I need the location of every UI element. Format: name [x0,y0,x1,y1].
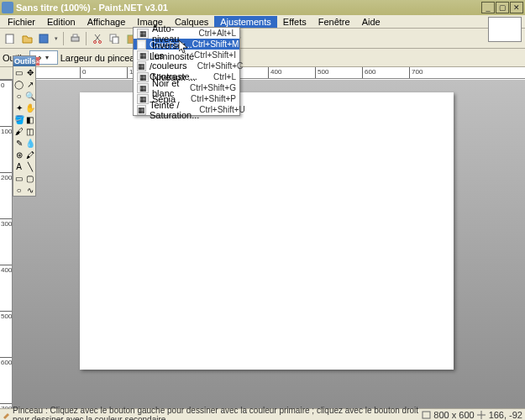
magic-wand-tool[interactable]: ✦ [13,102,24,113]
svg-rect-1 [39,34,48,43]
separator [86,32,87,45]
print-button[interactable] [67,31,82,46]
vertical-ruler: 0100200300400500600700 [0,80,13,408]
adjustment-icon: ▦ [137,72,149,82]
move-tool[interactable]: ✥ [24,66,35,78]
menuitem-noir-et-blanc[interactable]: ▦Noir et blancCtrl+Shift+G [134,82,239,93]
horizontal-ruler: 0100200300400500600700 [13,67,525,79]
work-area: 0100200300400500600700 [0,80,525,408]
toolbox-header[interactable]: Outils × [13,56,35,66]
freeform-tool[interactable]: ∿ [24,184,35,196]
app-icon [2,2,13,13]
menu-ajustements[interactable]: Ajustements [214,16,277,28]
window-title: Sans titre (100%) - Paint.NET v3.01 [16,3,480,13]
gradient-tool[interactable]: ◧ [24,113,35,125]
svg-point-5 [99,40,102,43]
rounded-rect-tool[interactable]: ▢ [24,172,35,184]
menuitem-auto-niveau[interactable]: ▦Auto-niveauCtrl+Alt+L [134,28,239,39]
adjustment-icon: ▦ [137,61,146,71]
clone-tool[interactable]: ⊛ [13,149,24,160]
adjustment-icon: ▦ [137,94,149,104]
text-tool[interactable]: A [13,160,24,172]
mouse-cursor [179,40,189,54]
menu-effets[interactable]: Effets [277,16,312,28]
eraser-tool[interactable]: ◫ [24,125,35,137]
svg-rect-10 [423,412,430,418]
paint-bucket-tool[interactable]: 🪣 [13,113,24,125]
toolbox-title: Outils [14,57,36,66]
adjustment-icon: ▦ [137,29,149,39]
menuitem-luminosit-contraste[interactable]: ▦Luminosité / Contraste...Ctrl+Shift+C [134,60,239,71]
new-button[interactable] [3,31,18,46]
svg-rect-7 [113,37,118,44]
menu-fichier[interactable]: Fichier [2,16,41,28]
menu-fenetre[interactable]: Fenêtre [312,16,356,28]
rect-select-tool[interactable]: ▭ [13,66,24,78]
toolbox-close-icon[interactable]: × [36,57,40,66]
menu-edition[interactable]: Edition [41,16,81,28]
pencil-tool[interactable]: ✎ [13,137,24,149]
status-bar: Pinceau : Cliquez avec le bouton gauche … [0,408,525,420]
minimize-button[interactable]: _ [481,2,495,13]
menuitem-teinte-saturation[interactable]: ▦Teinte / Saturation...Ctrl+Shift+U [134,104,239,115]
brush-icon [3,411,13,419]
status-coords: 166, -92 [489,410,522,420]
zoom-tool[interactable]: 🔍 [24,90,35,102]
lasso-tool[interactable]: ◯ [13,78,24,90]
svg-rect-3 [73,34,77,37]
title-bar: Sans titre (100%) - Paint.NET v3.01 _ ▢ … [0,0,525,15]
close-button[interactable]: ✕ [510,2,523,13]
move-selection-tool[interactable]: ↗ [24,78,35,90]
separator [63,32,64,45]
toolbox-panel: Outils × ▭✥ ◯↗ ○🔍 ✦✋ 🪣◧ 🖌◫ ✎💧 ⊛🖍 A╲ ▭▢ ○… [13,55,36,197]
save-button[interactable] [36,31,51,46]
status-hint: Pinceau : Cliquez avec le bouton gauche … [13,406,422,421]
cut-button[interactable] [90,31,105,46]
save-dropdown[interactable]: ▾ [53,31,60,46]
eyedropper-tool[interactable]: 💧 [24,137,35,149]
chevron-down-icon: ▾ [45,54,49,61]
position-icon [477,411,486,419]
svg-rect-2 [71,37,79,41]
ellipse-tool[interactable]: ○ [13,184,24,196]
rectangle-tool[interactable]: ▭ [13,172,24,184]
adjustment-icon: ▦ [137,83,149,93]
adjustment-icon: ▦ [137,50,149,60]
copy-button[interactable] [107,31,122,46]
recolor-tool[interactable]: 🖍 [24,149,35,160]
document-preview[interactable] [488,17,522,42]
status-dimensions: 800 x 600 [433,410,474,420]
maximize-button[interactable]: ▢ [496,2,509,13]
adjustment-icon: ▦ [137,39,146,50]
open-button[interactable] [19,31,34,46]
brush-tool[interactable]: 🖌 [13,125,24,137]
menu-affichage[interactable]: Affichage [81,16,132,28]
menu-aide[interactable]: Aide [356,16,386,28]
menu-bar: Fichier Edition Affichage Image Calques … [0,15,525,29]
pan-tool[interactable]: ✋ [24,102,35,113]
tool-options-bar: Outil : ▾ Largeur du pinceau : − 2 ▾ + [0,49,525,67]
canvas[interactable] [80,92,454,370]
svg-rect-0 [6,34,13,44]
line-tool[interactable]: ╲ [24,160,35,172]
adjustment-icon: ▦ [137,105,146,115]
ellipse-select-tool[interactable]: ○ [13,90,24,102]
dimensions-icon [422,411,431,419]
ruler-corner [0,67,13,80]
main-toolbar: ▾ ▾ ▾ ▾ [0,29,525,49]
svg-point-4 [94,40,97,43]
